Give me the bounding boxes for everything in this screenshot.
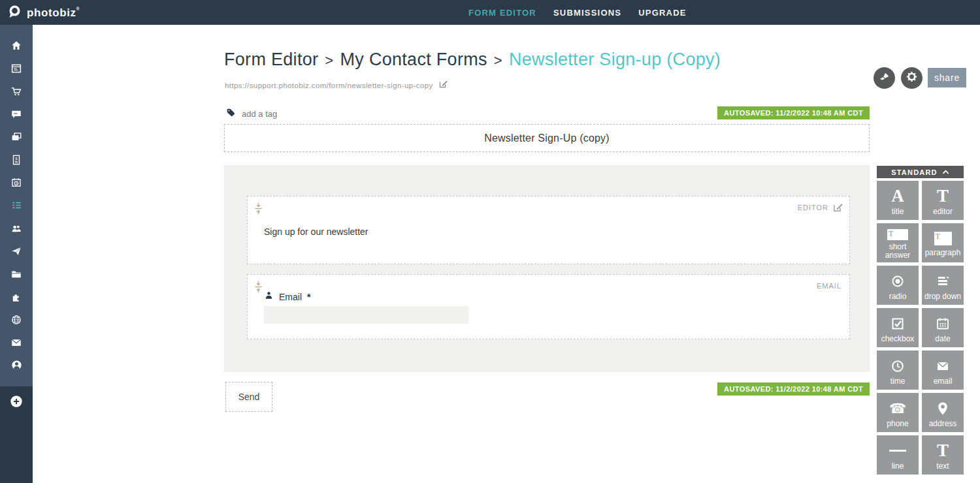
paintbrush-icon [879, 71, 890, 86]
photobiz-logo-icon [7, 4, 22, 22]
add-tag-button[interactable]: add a tag [225, 107, 277, 120]
sidebar-item-mail[interactable] [0, 332, 33, 355]
send-button-label: Send [238, 392, 260, 402]
chevron-up-icon [942, 168, 949, 176]
title-icon: A [891, 187, 904, 206]
palette-tile-phone[interactable]: ☎ phone [877, 393, 919, 432]
edit-url-icon[interactable] [438, 79, 448, 91]
photobiz-logo[interactable]: photobiz® [7, 4, 80, 22]
breadcrumb-current-form: Newsletter Sign-up (Copy) [509, 50, 721, 69]
nav-form-editor[interactable]: FORM EDITOR [468, 8, 536, 18]
form-title-block[interactable]: Newsletter Sign-Up (copy) [224, 124, 870, 152]
breadcrumb-my-contact-forms[interactable]: My Contact Forms [340, 50, 487, 69]
forms-list-icon [10, 199, 23, 214]
sidebar-item-forms-active[interactable] [0, 195, 33, 218]
address-pin-icon [935, 399, 951, 418]
folder-icon [10, 268, 22, 283]
sidebar-add-section [0, 386, 33, 411]
autosave-badge-bottom: AUTOSAVED: 11/2/2022 10:48 AM CDT [717, 382, 870, 396]
invoice-icon: $ [10, 154, 22, 168]
design-button[interactable] [874, 67, 895, 89]
top-navigation: FORM EDITOR SUBMISSIONS UPGRADE [468, 0, 687, 25]
nav-submissions[interactable]: SUBMISSIONS [553, 8, 621, 18]
gear-icon [906, 70, 918, 86]
drag-handle-icon[interactable] [254, 202, 263, 219]
sidebar-item-home[interactable] [0, 35, 33, 58]
checkbox-icon [890, 314, 906, 334]
calendar-clock-icon [10, 177, 22, 191]
autosave-badge-top: AUTOSAVED: 11/2/2022 10:48 AM CDT [717, 106, 870, 119]
email-block[interactable]: EMAIL Email * [247, 274, 850, 339]
settings-button[interactable] [901, 67, 923, 89]
images-icon [10, 131, 22, 146]
sidebar-item-website[interactable] [0, 58, 33, 81]
sidebar-item-scheduler[interactable] [0, 172, 33, 195]
email-field-label: Email [279, 292, 302, 302]
form-url: https://support.photobiz.com/form/newsle… [225, 82, 433, 89]
send-button-block[interactable]: Send [225, 382, 272, 412]
required-asterisk: * [307, 292, 310, 302]
palette-standard-header[interactable]: STANDARD [877, 166, 964, 178]
block-type-label: EDITOR [798, 204, 828, 211]
palette-tile-title[interactable]: A title [877, 181, 919, 220]
cart-icon [10, 86, 22, 100]
palette-tile-short-answer[interactable]: T short answer [877, 223, 919, 262]
chat-icon [10, 108, 22, 123]
sidebar-item-contacts[interactable] [0, 218, 33, 241]
palette-tile-line[interactable]: line [877, 435, 919, 475]
sidebar-item-domains[interactable] [0, 309, 33, 332]
breadcrumb-form-editor[interactable]: Form Editor [224, 50, 318, 69]
line-icon [889, 441, 906, 461]
radio-icon [890, 272, 906, 291]
palette-tile-editor[interactable]: T editor [922, 181, 964, 220]
envelope-icon [10, 337, 22, 351]
globe-icon [10, 314, 22, 328]
sidebar-item-portfolio[interactable] [0, 127, 33, 149]
breadcrumb-separator: > [325, 52, 333, 69]
nav-upgrade[interactable]: UPGRADE [638, 8, 686, 18]
editor-block[interactable]: EDITOR Sign up for our newsletter [247, 196, 850, 264]
form-canvas: EDITOR Sign up for our newsletter EMAIL … [224, 165, 870, 372]
website-icon [10, 63, 22, 77]
sidebar-item-account[interactable] [0, 355, 33, 378]
sidebar-item-chat[interactable] [0, 104, 33, 127]
plus-circle-icon [9, 399, 24, 411]
breadcrumb: Form Editor>My Contact Forms>Newsletter … [224, 50, 721, 70]
email-input-field[interactable] [264, 306, 468, 324]
editor-block-content: Sign up for our newsletter [264, 226, 368, 237]
paper-plane-icon [10, 245, 22, 260]
palette-tile-drop-down[interactable]: drop down [922, 266, 964, 305]
phone-icon: ☎ [889, 399, 906, 418]
sidebar-main-section: $ [0, 25, 33, 386]
block-type-label: EMAIL [817, 282, 841, 290]
person-icon [264, 290, 274, 303]
palette-tile-date[interactable]: date [922, 308, 964, 347]
puzzle-icon [10, 291, 22, 305]
share-button[interactable]: share [928, 68, 966, 87]
palette-tile-time[interactable]: time [877, 351, 919, 390]
sidebar-item-add[interactable] [9, 394, 24, 411]
palette-tile-email[interactable]: email [922, 351, 964, 390]
short-answer-icon: T [887, 227, 908, 242]
palette-tile-text[interactable]: T text [922, 435, 964, 475]
text-icon: T [937, 441, 949, 461]
sidebar-item-files[interactable] [0, 264, 33, 287]
sidebar-item-marketing[interactable] [0, 241, 33, 264]
sidebar-item-invoices[interactable]: $ [0, 149, 33, 172]
edit-block-icon[interactable] [832, 202, 843, 215]
palette-tile-grid: A title T editor T short answer T paragr… [877, 181, 964, 475]
sidebar-item-addons[interactable] [0, 287, 33, 309]
drop-down-icon [935, 272, 951, 291]
top-bar: photobiz® FORM EDITOR SUBMISSIONS UPGRAD… [0, 0, 980, 25]
palette-tile-address[interactable]: address [922, 393, 964, 432]
logo-text: photobiz® [27, 7, 80, 20]
add-tag-label: add a tag [242, 109, 277, 119]
palette-tile-radio[interactable]: radio [877, 266, 919, 305]
email-envelope-icon [935, 356, 951, 376]
left-sidebar: $ [0, 25, 33, 483]
drag-handle-icon[interactable] [254, 280, 263, 297]
sidebar-item-store[interactable] [0, 81, 33, 104]
palette-tile-paragraph[interactable]: T paragraph [922, 223, 964, 262]
tag-icon [225, 107, 236, 120]
palette-tile-checkbox[interactable]: checkbox [877, 308, 919, 347]
